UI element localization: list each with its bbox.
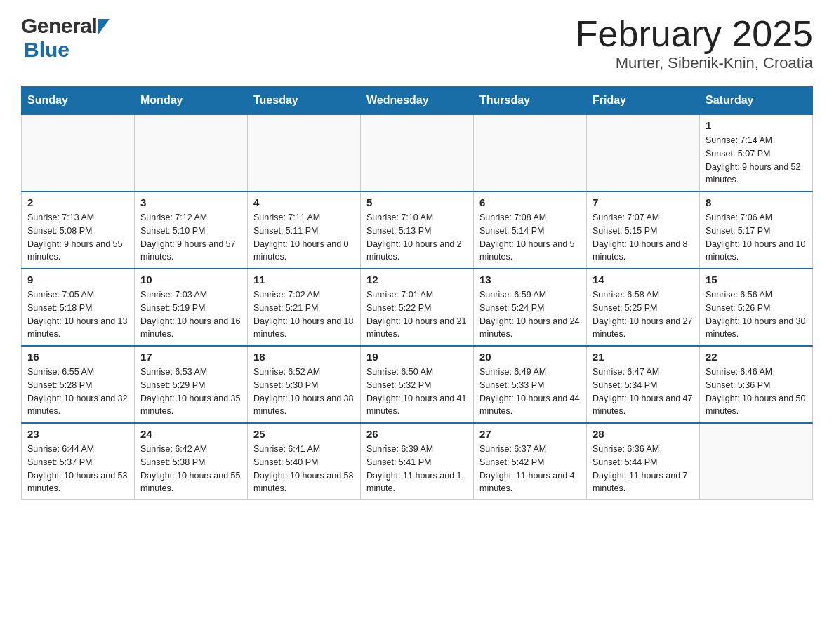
day-number: 6	[479, 196, 581, 208]
day-of-week-header: Friday	[587, 87, 700, 115]
calendar-day-cell: 10Sunrise: 7:03 AM Sunset: 5:19 PM Dayli…	[135, 269, 248, 346]
calendar-day-cell	[135, 114, 248, 192]
day-number: 20	[479, 351, 581, 363]
logo: General Blue	[21, 14, 110, 62]
logo-blue-text: Blue	[24, 38, 70, 61]
day-of-week-header: Monday	[135, 87, 248, 115]
calendar-day-cell: 25Sunrise: 6:41 AM Sunset: 5:40 PM Dayli…	[248, 423, 361, 500]
calendar-day-cell	[361, 114, 474, 192]
day-info: Sunrise: 6:49 AM Sunset: 5:33 PM Dayligh…	[479, 365, 581, 418]
calendar-day-cell: 24Sunrise: 6:42 AM Sunset: 5:38 PM Dayli…	[135, 423, 248, 500]
day-number: 14	[593, 274, 694, 286]
calendar-day-cell: 8Sunrise: 7:06 AM Sunset: 5:17 PM Daylig…	[700, 192, 813, 269]
calendar-day-cell: 27Sunrise: 6:37 AM Sunset: 5:42 PM Dayli…	[474, 423, 587, 500]
calendar-day-cell: 15Sunrise: 6:56 AM Sunset: 5:26 PM Dayli…	[700, 269, 813, 346]
calendar-day-cell: 26Sunrise: 6:39 AM Sunset: 5:41 PM Dayli…	[361, 423, 474, 500]
page-title: February 2025	[576, 14, 813, 54]
calendar-day-cell: 20Sunrise: 6:49 AM Sunset: 5:33 PM Dayli…	[474, 346, 587, 423]
day-info: Sunrise: 6:37 AM Sunset: 5:42 PM Dayligh…	[479, 443, 581, 495]
logo-triangle-icon	[98, 19, 110, 34]
day-number: 23	[27, 428, 128, 440]
day-info: Sunrise: 6:42 AM Sunset: 5:38 PM Dayligh…	[140, 443, 241, 495]
calendar-day-cell: 12Sunrise: 7:01 AM Sunset: 5:22 PM Dayli…	[361, 269, 474, 346]
day-of-week-header: Sunday	[22, 87, 135, 115]
day-info: Sunrise: 6:41 AM Sunset: 5:40 PM Dayligh…	[253, 443, 355, 495]
day-info: Sunrise: 7:13 AM Sunset: 5:08 PM Dayligh…	[27, 211, 128, 264]
calendar-week-row: 1Sunrise: 7:14 AM Sunset: 5:07 PM Daylig…	[22, 114, 813, 192]
calendar-table: SundayMondayTuesdayWednesdayThursdayFrid…	[21, 86, 813, 500]
day-number: 18	[253, 351, 355, 363]
calendar-week-row: 16Sunrise: 6:55 AM Sunset: 5:28 PM Dayli…	[22, 346, 813, 423]
day-number: 3	[140, 196, 241, 208]
calendar-day-cell	[22, 114, 135, 192]
day-number: 4	[253, 196, 355, 208]
day-number: 11	[253, 274, 355, 286]
day-number: 27	[479, 428, 581, 440]
day-number: 7	[593, 196, 694, 208]
day-info: Sunrise: 6:47 AM Sunset: 5:34 PM Dayligh…	[593, 365, 694, 418]
calendar-day-cell: 5Sunrise: 7:10 AM Sunset: 5:13 PM Daylig…	[361, 192, 474, 269]
day-number: 10	[140, 274, 241, 286]
calendar-day-cell: 7Sunrise: 7:07 AM Sunset: 5:15 PM Daylig…	[587, 192, 700, 269]
calendar-day-cell: 22Sunrise: 6:46 AM Sunset: 5:36 PM Dayli…	[700, 346, 813, 423]
calendar-day-cell	[587, 114, 700, 192]
day-number: 26	[366, 428, 468, 440]
day-number: 25	[253, 428, 355, 440]
day-number: 21	[593, 351, 694, 363]
calendar-week-row: 23Sunrise: 6:44 AM Sunset: 5:37 PM Dayli…	[22, 423, 813, 500]
calendar-day-cell: 11Sunrise: 7:02 AM Sunset: 5:21 PM Dayli…	[248, 269, 361, 346]
day-number: 28	[593, 428, 694, 440]
day-info: Sunrise: 7:11 AM Sunset: 5:11 PM Dayligh…	[253, 211, 355, 264]
day-number: 19	[366, 351, 468, 363]
day-info: Sunrise: 6:52 AM Sunset: 5:30 PM Dayligh…	[253, 365, 355, 418]
calendar-day-cell: 13Sunrise: 6:59 AM Sunset: 5:24 PM Dayli…	[474, 269, 587, 346]
calendar-day-cell: 21Sunrise: 6:47 AM Sunset: 5:34 PM Dayli…	[587, 346, 700, 423]
day-info: Sunrise: 6:50 AM Sunset: 5:32 PM Dayligh…	[366, 365, 468, 418]
calendar-day-cell: 23Sunrise: 6:44 AM Sunset: 5:37 PM Dayli…	[22, 423, 135, 500]
day-info: Sunrise: 6:36 AM Sunset: 5:44 PM Dayligh…	[593, 443, 694, 495]
day-number: 13	[479, 274, 581, 286]
day-number: 5	[366, 196, 468, 208]
day-info: Sunrise: 7:06 AM Sunset: 5:17 PM Dayligh…	[706, 211, 807, 264]
day-number: 15	[706, 274, 807, 286]
day-info: Sunrise: 7:01 AM Sunset: 5:22 PM Dayligh…	[366, 288, 468, 341]
day-number: 1	[706, 119, 807, 131]
calendar-day-cell: 6Sunrise: 7:08 AM Sunset: 5:14 PM Daylig…	[474, 192, 587, 269]
day-info: Sunrise: 7:07 AM Sunset: 5:15 PM Dayligh…	[593, 211, 694, 264]
day-info: Sunrise: 7:08 AM Sunset: 5:14 PM Dayligh…	[479, 211, 581, 264]
day-number: 24	[140, 428, 241, 440]
calendar-day-cell: 1Sunrise: 7:14 AM Sunset: 5:07 PM Daylig…	[700, 114, 813, 192]
day-of-week-header: Thursday	[474, 87, 587, 115]
day-info: Sunrise: 7:12 AM Sunset: 5:10 PM Dayligh…	[140, 211, 241, 264]
calendar-header: SundayMondayTuesdayWednesdayThursdayFrid…	[22, 87, 813, 115]
calendar-day-cell: 28Sunrise: 6:36 AM Sunset: 5:44 PM Dayli…	[587, 423, 700, 500]
calendar-day-cell	[248, 114, 361, 192]
calendar-body: 1Sunrise: 7:14 AM Sunset: 5:07 PM Daylig…	[22, 114, 813, 500]
calendar-day-cell: 14Sunrise: 6:58 AM Sunset: 5:25 PM Dayli…	[587, 269, 700, 346]
calendar-day-cell: 2Sunrise: 7:13 AM Sunset: 5:08 PM Daylig…	[22, 192, 135, 269]
day-info: Sunrise: 6:55 AM Sunset: 5:28 PM Dayligh…	[27, 365, 128, 418]
day-info: Sunrise: 7:14 AM Sunset: 5:07 PM Dayligh…	[706, 134, 807, 187]
day-info: Sunrise: 7:03 AM Sunset: 5:19 PM Dayligh…	[140, 288, 241, 341]
calendar-week-row: 2Sunrise: 7:13 AM Sunset: 5:08 PM Daylig…	[22, 192, 813, 269]
days-of-week-row: SundayMondayTuesdayWednesdayThursdayFrid…	[22, 87, 813, 115]
day-info: Sunrise: 6:56 AM Sunset: 5:26 PM Dayligh…	[706, 288, 807, 341]
calendar-day-cell: 9Sunrise: 7:05 AM Sunset: 5:18 PM Daylig…	[22, 269, 135, 346]
day-of-week-header: Tuesday	[248, 87, 361, 115]
day-info: Sunrise: 6:44 AM Sunset: 5:37 PM Dayligh…	[27, 443, 128, 495]
day-info: Sunrise: 6:58 AM Sunset: 5:25 PM Dayligh…	[593, 288, 694, 341]
calendar-day-cell: 19Sunrise: 6:50 AM Sunset: 5:32 PM Dayli…	[361, 346, 474, 423]
day-info: Sunrise: 6:53 AM Sunset: 5:29 PM Dayligh…	[140, 365, 241, 418]
day-info: Sunrise: 6:46 AM Sunset: 5:36 PM Dayligh…	[706, 365, 807, 418]
calendar-day-cell	[474, 114, 587, 192]
calendar-day-cell: 3Sunrise: 7:12 AM Sunset: 5:10 PM Daylig…	[135, 192, 248, 269]
title-block: February 2025 Murter, Sibenik-Knin, Croa…	[576, 14, 813, 72]
day-number: 17	[140, 351, 241, 363]
calendar-day-cell: 17Sunrise: 6:53 AM Sunset: 5:29 PM Dayli…	[135, 346, 248, 423]
calendar-day-cell: 18Sunrise: 6:52 AM Sunset: 5:30 PM Dayli…	[248, 346, 361, 423]
logo-general-text: General	[21, 14, 97, 38]
page-header: General Blue February 2025 Murter, Siben…	[21, 14, 813, 72]
day-number: 8	[706, 196, 807, 208]
day-number: 16	[27, 351, 128, 363]
calendar-day-cell: 4Sunrise: 7:11 AM Sunset: 5:11 PM Daylig…	[248, 192, 361, 269]
